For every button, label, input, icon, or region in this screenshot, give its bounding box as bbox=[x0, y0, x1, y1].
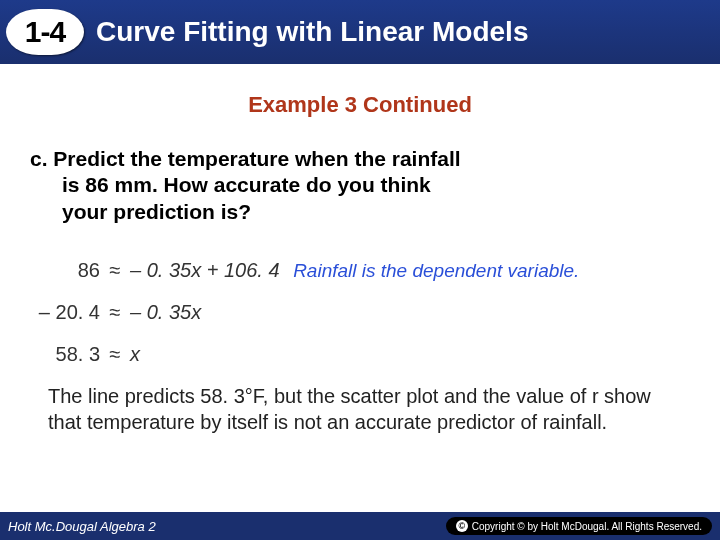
work-right: – 0. 35x bbox=[130, 293, 201, 331]
work-row-1: 86 ≈ – 0. 35x + 106. 4 Rainfall is the d… bbox=[20, 251, 700, 289]
question-line2: is 86 mm. How accurate do you think bbox=[62, 172, 690, 198]
question-block: c. Predict the temperature when the rain… bbox=[30, 146, 690, 225]
copyright-icon: © bbox=[456, 520, 468, 532]
approx-symbol: ≈ bbox=[100, 293, 130, 331]
explanation-text: The line predicts 58. 3°F, but the scatt… bbox=[48, 383, 688, 435]
work-left: 86 bbox=[20, 251, 100, 289]
work-row-2: – 20. 4 ≈ – 0. 35x bbox=[20, 293, 700, 331]
copyright-pill: © Copyright © by Holt McDougal. All Righ… bbox=[446, 517, 712, 535]
textbook-name: Holt Mc.Dougal Algebra 2 bbox=[8, 519, 156, 534]
question-line1: Predict the temperature when the rainfal… bbox=[53, 147, 460, 170]
example-title: Example 3 Continued bbox=[0, 92, 720, 118]
approx-symbol: ≈ bbox=[100, 251, 130, 289]
hint-text: Rainfall is the dependent variable. bbox=[293, 260, 579, 281]
copyright-text: Copyright © by Holt McDougal. All Rights… bbox=[472, 521, 702, 532]
approx-symbol: ≈ bbox=[100, 335, 130, 373]
lesson-number-badge: 1-4 bbox=[6, 9, 84, 55]
work-block: 86 ≈ – 0. 35x + 106. 4 Rainfall is the d… bbox=[20, 251, 700, 373]
work-left: 58. 3 bbox=[20, 335, 100, 373]
equation-text: – 0. 35x + 106. 4 bbox=[130, 259, 280, 281]
header-bar: 1-4 Curve Fitting with Linear Models bbox=[0, 0, 720, 64]
work-right: – 0. 35x + 106. 4 Rainfall is the depend… bbox=[130, 251, 579, 289]
work-right: x bbox=[130, 335, 140, 373]
work-row-3: 58. 3 ≈ x bbox=[20, 335, 700, 373]
question-label: c. bbox=[30, 147, 48, 170]
work-left: – 20. 4 bbox=[20, 293, 100, 331]
question-line3: your prediction is? bbox=[62, 199, 690, 225]
lesson-title: Curve Fitting with Linear Models bbox=[96, 16, 528, 48]
footer-bar: Holt Mc.Dougal Algebra 2 © Copyright © b… bbox=[0, 512, 720, 540]
